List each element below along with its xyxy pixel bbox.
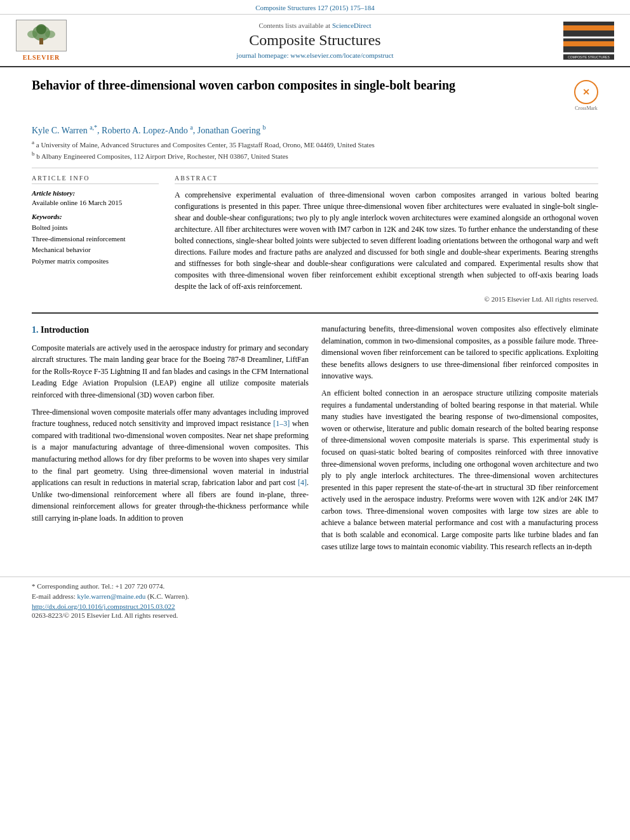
- affiliation-b: b b Albany Engineered Composites, 112 Ai…: [32, 150, 598, 161]
- title-text-wrapper: Behavior of three-dimensional woven carb…: [32, 77, 565, 93]
- keyword-1: Bolted joints: [32, 222, 159, 234]
- article-info-col: ARTICLE INFO Article history: Available …: [32, 175, 159, 303]
- elsevier-logo-image: [16, 20, 67, 51]
- journal-url-link[interactable]: www.elsevier.com/locate/compstruct: [290, 51, 393, 59]
- journal-citation-text: Composite Structures 127 (2015) 175–184: [255, 4, 375, 11]
- footnote-email-suffix: (K.C. Warren).: [147, 592, 189, 600]
- svg-point-4: [27, 30, 37, 38]
- elsevier-brand-text: ELSEVIER: [23, 54, 60, 61]
- keyword-4: Polymer matrix composites: [32, 256, 159, 267]
- abstract-copyright: © 2015 Elsevier Ltd. All rights reserved…: [175, 295, 598, 303]
- sciencedirect-label: Contents lists available at ScienceDirec…: [83, 22, 547, 29]
- doi-link[interactable]: http://dx.doi.org/10.1016/j.compstruct.2…: [32, 603, 598, 610]
- article-info-heading: ARTICLE INFO: [32, 175, 159, 184]
- intro-heading: 1. Introduction: [32, 323, 309, 337]
- intro-section-num: 1.: [32, 325, 39, 335]
- composite-logo-svg: COMPOSITE STRUCTURES: [563, 22, 614, 60]
- crossmark-icon[interactable]: ✕: [574, 80, 598, 104]
- author-lopezando-affil: a: [190, 124, 192, 131]
- footnote-star: * Corresponding author. Tel.: +1 207 720…: [32, 582, 164, 590]
- svg-point-2: [36, 24, 46, 34]
- footnote-email-link[interactable]: kyle.warren@maine.edu: [77, 592, 145, 600]
- svg-point-5: [45, 30, 55, 38]
- svg-rect-3: [39, 38, 43, 44]
- crossmark-logo: ✕ CrossMark: [574, 80, 598, 111]
- keywords-list: Bolted joints Three-dimensional reinforc…: [32, 222, 159, 267]
- author-warren-affil: a,*: [90, 124, 97, 131]
- body-para-right-2: An efficient bolted connection in an aer…: [321, 387, 598, 552]
- section-divider: [32, 312, 598, 314]
- author-lopezando[interactable]: Roberto A. Lopez-Ando: [102, 126, 188, 135]
- journal-homepage: journal homepage: www.elsevier.com/locat…: [83, 51, 547, 59]
- author-goering[interactable]: Jonathan Goering: [198, 126, 260, 135]
- footnote-email-label: E-mail address:: [32, 592, 76, 600]
- body-col-left: 1. Introduction Composite materials are …: [32, 323, 309, 557]
- body-col-right: manufacturing benefits, three-dimensiona…: [321, 323, 598, 557]
- intro-heading-text: Introduction: [41, 325, 89, 335]
- authors-line: Kyle C. Warren a,*, Roberto A. Lopez-And…: [32, 124, 598, 136]
- affiliation-a: a a University of Maine, Advanced Struct…: [32, 138, 598, 150]
- footer-area: * Corresponding author. Tel.: +1 207 720…: [0, 577, 630, 619]
- sciencedirect-link[interactable]: ScienceDirect: [332, 22, 372, 29]
- journal-header: ELSEVIER Contents lists available at Sci…: [0, 15, 630, 67]
- intro-para-2: Three-dimensional woven composite materi…: [32, 406, 309, 524]
- history-label: Article history:: [32, 189, 159, 197]
- divider-after-authors: [32, 168, 598, 168]
- journal-center-info: Contents lists available at ScienceDirec…: [70, 22, 560, 59]
- body-para-right-1: manufacturing benefits, three-dimensiona…: [321, 323, 598, 382]
- journal-citation-bar: Composite Structures 127 (2015) 175–184: [0, 0, 630, 15]
- crossmark-label: CrossMark: [574, 105, 598, 111]
- svg-text:COMPOSITE STRUCTURES: COMPOSITE STRUCTURES: [568, 55, 610, 59]
- article-title-section: Behavior of three-dimensional woven carb…: [32, 77, 598, 116]
- author-goering-affil: b: [262, 124, 265, 131]
- elsevier-tree-svg: [17, 20, 66, 51]
- affiliations: a a University of Maine, Advanced Struct…: [32, 138, 598, 161]
- intro-para-1: Composite materials are actively used in…: [32, 342, 309, 401]
- article-info-abstract-section: ARTICLE INFO Article history: Available …: [32, 175, 598, 303]
- ref-1-3[interactable]: [1–3]: [273, 419, 290, 428]
- footnote-email-line: E-mail address: kyle.warren@maine.edu (K…: [32, 592, 598, 600]
- abstract-text: A comprehensive experimental evaluation …: [175, 189, 598, 292]
- abstract-col: ABSTRACT A comprehensive experimental ev…: [175, 175, 598, 303]
- author-warren[interactable]: Kyle C. Warren: [32, 126, 88, 135]
- article-title: Behavior of three-dimensional woven carb…: [32, 77, 565, 93]
- keywords-label: Keywords:: [32, 213, 159, 220]
- authors-section: Kyle C. Warren a,*, Roberto A. Lopez-And…: [32, 124, 598, 161]
- journal-name-heading: Composite Structures: [83, 32, 547, 49]
- ref-4[interactable]: [4]: [298, 478, 307, 487]
- history-value: Available online 16 March 2015: [32, 199, 159, 206]
- keyword-2: Three-dimensional reinforcement: [32, 234, 159, 245]
- copyright-line: 0263-8223/© 2015 Elsevier Ltd. All right…: [32, 611, 598, 619]
- article-area: Behavior of three-dimensional woven carb…: [0, 67, 630, 567]
- keyword-3: Mechanical behavior: [32, 244, 159, 256]
- footnote-star-text: * Corresponding author. Tel.: +1 207 720…: [32, 582, 598, 590]
- abstract-heading: ABSTRACT: [175, 175, 598, 184]
- body-text-section: 1. Introduction Composite materials are …: [32, 323, 598, 557]
- composite-logo-section: COMPOSITE STRUCTURES: [560, 22, 617, 60]
- elsevier-logo-section: ELSEVIER: [13, 20, 70, 61]
